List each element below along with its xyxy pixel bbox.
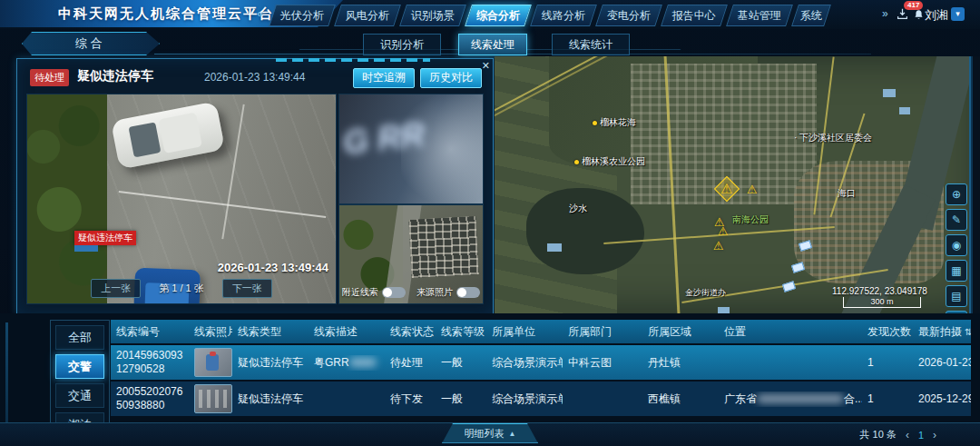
table-header: 线索编号 线索照片 线索类型 线索描述 线索状态 线索等级 所属单位 所属部门 …	[111, 320, 971, 343]
pagination: 共 10 条 ‹ 1 ›	[860, 428, 936, 441]
sidebar-item-transport[interactable]: 交通	[55, 383, 104, 408]
clue-thumbnail[interactable]	[194, 348, 232, 377]
next-photo-button[interactable]: 下一张	[222, 279, 272, 298]
toggle-pill[interactable]	[382, 287, 406, 298]
warning-marker[interactable]: ⚠	[713, 239, 724, 253]
username[interactable]: 刘湘	[925, 7, 948, 24]
map-scale-bar: 300 m	[843, 297, 921, 308]
map-label-committee: · 下沙溪社区居委会	[794, 132, 872, 144]
map-building	[899, 107, 910, 114]
latest-capture-header: 最新拍摄⇅	[913, 324, 971, 340]
table-row[interactable]: 2005520207650938880 疑似违法停车 待下发 一般 综合场景演示…	[111, 382, 971, 416]
nav-tab-wind[interactable]: 风电分析	[334, 5, 401, 26]
warning-marker[interactable]: ⚠	[718, 224, 729, 238]
footer-bar: 明细列表 ▲ 共 10 条 ‹ 1 ›	[0, 422, 980, 446]
clue-desc: 粤GRR	[309, 355, 385, 371]
clue-location: 广东省合...	[719, 391, 862, 407]
subnav-tab-clue-handling[interactable]: 线索处理	[458, 34, 527, 55]
photo-building	[408, 216, 478, 278]
detail-list-toggle[interactable]: 明细列表 ▲	[442, 423, 538, 443]
map-water	[526, 188, 644, 274]
nav-tab-comprehensive[interactable]: 综合分析	[465, 5, 532, 26]
boat-marker	[782, 281, 796, 292]
plate-closeup-photo[interactable]: G RR	[338, 94, 484, 204]
subnav-tab-clue-stats[interactable]: 线索统计	[552, 34, 630, 55]
total-count: 共 10 条	[860, 428, 897, 441]
plate-chip	[74, 245, 98, 252]
more-tabs-icon[interactable]: »	[882, 7, 888, 20]
poi-pin-icon	[574, 160, 579, 164]
status-badge: 待处理	[30, 69, 69, 86]
photo-pager: 上一张 第 1 / 1 张 下一张	[27, 279, 336, 298]
sort-icon[interactable]: ⇅	[965, 327, 971, 337]
map-building	[547, 243, 562, 252]
subnav-tab-recognition[interactable]: 识别分析	[363, 34, 441, 55]
compass-icon[interactable]: ◉	[946, 234, 967, 256]
close-icon[interactable]: ✕	[482, 60, 490, 72]
table-row[interactable]: 2014596309312790528 疑似违法停车 粤GRR 待处理 一般 综…	[111, 345, 971, 380]
sidebar-item-all[interactable]: 全部	[55, 325, 104, 350]
app-root: 中科天网无人机综合管理云平台 « 光伏分析 风电分析 识别场景 综合分析 线路分…	[0, 0, 980, 446]
current-page[interactable]: 1	[918, 430, 924, 441]
user-menu-caret-icon[interactable]: ▾	[951, 7, 965, 21]
nav-tab-report[interactable]: 报告中心	[661, 5, 728, 26]
prev-page-icon[interactable]: ‹	[906, 429, 909, 441]
satellite-map[interactable]: 榴林花海 榴林溪农业公园 · 下沙溪社区居委会 沙水 南海公园 海口 金沙街道办…	[495, 56, 980, 313]
measure-icon[interactable]: ✎	[946, 209, 967, 231]
layers-icon[interactable]: ▤	[946, 285, 967, 307]
nav-tab-substation[interactable]: 变电分析	[595, 5, 662, 26]
clue-datetime: 2026-01-23 13:49:44	[204, 71, 305, 84]
left-edge-deco	[5, 322, 8, 431]
clue-title: 疑似违法停车	[77, 68, 153, 84]
clue-photo-main[interactable]: 疑似违法停车 2026-01-23 13:49:44 上一张 第 1 / 1 张…	[26, 94, 337, 304]
map-label-flower-sea: 榴林花海	[593, 116, 636, 129]
notification-badge: 417	[904, 1, 923, 10]
earth-icon[interactable]: ⊕	[946, 183, 967, 205]
poi-pin-icon	[593, 121, 597, 125]
clue-table: 线索编号 线索照片 线索类型 线索描述 线索状态 线索等级 所属单位 所属部门 …	[111, 320, 971, 416]
warning-marker[interactable]: ⚠	[720, 181, 732, 197]
photo-counter: 第 1 / 1 张	[159, 282, 204, 295]
map-toolbar: ⊕ ✎ ◉ ▦ ▤ ▣	[946, 183, 967, 313]
blurred-text	[757, 394, 844, 403]
map-label-jinsha: 金沙街道办	[685, 287, 726, 299]
blurred-text	[349, 358, 377, 367]
chevron-up-icon: ▲	[509, 430, 516, 438]
map-label-agri-park: 榴林溪农业公园	[574, 155, 645, 168]
collapse-nav-icon[interactable]: «	[257, 6, 263, 20]
clue-detail-panel: ✕ 待处理 疑似违法停车 2026-01-23 13:49:44 时空追溯 历史…	[16, 58, 494, 314]
photo-timestamp: 2026-01-23 13:49:44	[218, 261, 328, 274]
panel-deco	[276, 58, 430, 62]
prev-photo-button[interactable]: 上一张	[91, 279, 141, 298]
nav-tab-photovoltaic[interactable]: 光伏分析	[269, 5, 336, 26]
top-header: 中科天网无人机综合管理云平台 « 光伏分析 风电分析 识别场景 综合分析 线路分…	[0, 0, 980, 29]
main-nav: 光伏分析 风电分析 识别场景 综合分析 线路分析 变电分析 报告中心 基站管理 …	[272, 5, 828, 26]
toggle-pill[interactable]	[456, 287, 480, 298]
map-building	[883, 89, 896, 97]
spacetime-trace-button[interactable]: 时空追溯	[353, 68, 415, 88]
history-compare-button[interactable]: 历史对比	[420, 68, 482, 88]
source-photo-toggle[interactable]: 来源照片	[416, 286, 480, 299]
sub-nav: 综合 识别分析 线索处理 线索统计	[0, 29, 980, 56]
nav-tab-line[interactable]: 线路分析	[530, 5, 597, 26]
nav-tab-system[interactable]: 系统	[791, 5, 831, 26]
bell-icon[interactable]	[913, 8, 925, 25]
map-label-shashui: 沙水	[569, 203, 587, 215]
next-page-icon[interactable]: ›	[933, 429, 936, 441]
map-label-nanhai-park: 南海公园	[732, 213, 769, 226]
violation-tag: 疑似违法停车	[74, 231, 136, 245]
sidebar-item-traffic-police[interactable]: 交警	[55, 354, 104, 379]
map-coordinates: 112.927522, 23.049178	[832, 286, 927, 296]
photo-toggles: 附近线索 来源照片	[339, 286, 483, 299]
subnav-tab-overview[interactable]: 综合	[22, 32, 160, 55]
map-label-haikou: 海口	[838, 187, 856, 200]
grid-icon[interactable]: ▦	[946, 260, 967, 282]
photo-trees	[27, 94, 107, 303]
nearby-clues-toggle[interactable]: 附近线索	[342, 286, 406, 299]
boat-marker	[791, 262, 805, 273]
nav-tab-station[interactable]: 基站管理	[726, 5, 793, 26]
nav-tab-scene[interactable]: 识别场景	[399, 5, 466, 26]
warning-marker[interactable]: ⚠	[747, 183, 758, 196]
clue-thumbnail[interactable]	[194, 384, 232, 413]
clue-photo-secondary[interactable]: 附近线索 来源照片	[338, 204, 484, 304]
